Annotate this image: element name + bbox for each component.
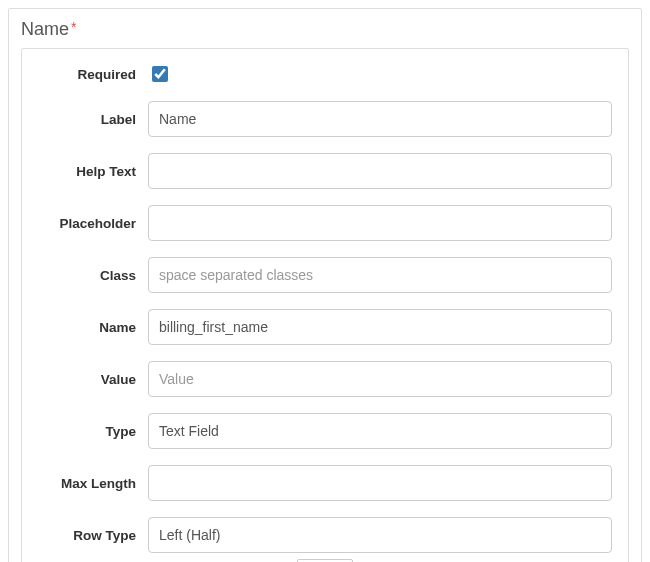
row-row-type: Row Type [38,517,612,553]
label-type: Type [38,424,148,439]
class-input[interactable] [148,257,612,293]
panel-title: Name* [21,19,629,40]
label-required: Required [38,67,148,82]
value-input[interactable] [148,361,612,397]
row-value: Value [38,361,612,397]
help-text-input[interactable] [148,153,612,189]
row-label: Label [38,101,612,137]
label-row-type: Row Type [38,528,148,543]
row-help-text: Help Text [38,153,612,189]
name-input[interactable] [148,309,612,345]
required-checkbox[interactable] [152,66,168,82]
panel-title-text: Name [21,19,69,39]
row-placeholder: Placeholder [38,205,612,241]
label-max-length: Max Length [38,476,148,491]
row-type-input[interactable] [148,517,612,553]
label-label: Label [38,112,148,127]
label-help-text: Help Text [38,164,148,179]
row-required: Required [38,63,612,85]
row-type: Type [38,413,612,449]
label-class: Class [38,268,148,283]
label-name: Name [38,320,148,335]
max-length-input[interactable] [148,465,612,501]
placeholder-input[interactable] [148,205,612,241]
label-placeholder: Placeholder [38,216,148,231]
required-asterisk: * [71,19,76,35]
type-input[interactable] [148,413,612,449]
row-class: Class [38,257,612,293]
field-editor-form: Required Label Help Text Placeholder Cla [21,48,629,562]
label-input[interactable] [148,101,612,137]
row-max-length: Max Length [38,465,612,501]
row-name: Name [38,309,612,345]
label-value: Value [38,372,148,387]
field-editor-panel: Name* Required Label Help Text Placehold… [8,8,642,562]
